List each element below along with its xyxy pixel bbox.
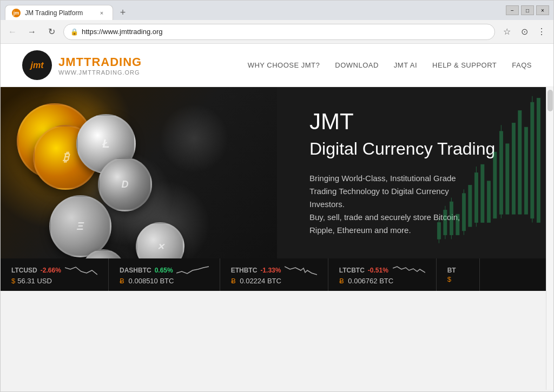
ticker-item-ltcbtc: LTCBTC -0.51% Ƀ 0.006762 BTC xyxy=(328,258,437,291)
ticker-top-dashbtc: DASHBTC 0.65% xyxy=(120,265,209,276)
ticker-change-ethbtc: -1.33% xyxy=(260,267,281,274)
svg-rect-7 xyxy=(481,164,484,222)
website-container: jmt JMTTRADING WWW.JMTTRADING.ORG WHY CH… xyxy=(1,44,553,391)
site-header: jmt JMTTRADING WWW.JMTTRADING.ORG WHY CH… xyxy=(1,44,553,87)
ticker-price-dashbtc: Ƀ 0.008510 BTC xyxy=(120,277,209,285)
ticker-price-ethbtc: Ƀ 0.02224 BTC xyxy=(231,277,317,285)
toolbar: ← → ↻ 🔒 https://www.jmttrading.org ☆ ⊙ ⋮ xyxy=(1,20,553,44)
logo-brand-prefix: JMT xyxy=(58,55,84,69)
ticker-pair-ltcbtc: LTCBTC xyxy=(339,267,365,274)
coins-visual: ₿ ₿ Ł D Ξ xyxy=(1,87,277,258)
ticker-chart-ethbtc xyxy=(285,265,317,276)
ticker-pair-dashbtc: DASHBTC xyxy=(120,267,151,274)
svg-rect-3 xyxy=(456,214,459,235)
logo-brand-suffix: TRADING xyxy=(84,55,142,69)
ticker-item-btc: BT $ xyxy=(437,258,480,291)
ticker-item-ltcusd: LTCUSD -2.66% $56.31 USD xyxy=(1,258,109,291)
ticker-pair-ltcusd: LTCUSD xyxy=(11,267,37,274)
ticker-pair-ethbtc: ETHBTC xyxy=(231,267,258,274)
svg-rect-9 xyxy=(493,152,497,218)
svg-rect-16 xyxy=(537,98,540,223)
logo-brand: JMTTRADING xyxy=(58,55,142,69)
coin-stack: ₿ ₿ Ł D Ξ xyxy=(1,87,277,258)
close-button[interactable]: × xyxy=(536,5,549,15)
lock-icon: 🔒 xyxy=(70,28,78,36)
minimize-button[interactable]: − xyxy=(506,5,519,15)
svg-rect-5 xyxy=(469,185,472,227)
logo-initials: jmt xyxy=(31,61,44,70)
window-controls: − □ × xyxy=(506,5,549,15)
nav-faqs[interactable]: FAQS xyxy=(512,61,532,69)
new-tab-button[interactable]: + xyxy=(115,5,130,20)
ticker-item-ethbtc: ETHBTC -1.33% Ƀ 0.02224 BTC xyxy=(220,258,328,291)
forward-button[interactable]: → xyxy=(24,24,39,39)
nav-jmt-ai[interactable]: JMT AI xyxy=(394,61,417,69)
svg-rect-12 xyxy=(512,123,515,215)
maximize-button[interactable]: □ xyxy=(521,5,534,15)
svg-rect-8 xyxy=(487,181,490,223)
website: jmt JMTTRADING WWW.JMTTRADING.ORG WHY CH… xyxy=(1,44,553,291)
logo-text-area: JMTTRADING WWW.JMTTRADING.ORG xyxy=(58,55,142,76)
ticker-price-ltcusd: $56.31 USD xyxy=(11,277,97,285)
reload-button[interactable]: ↻ xyxy=(44,24,59,39)
ticker-top-btc: BT xyxy=(447,267,469,274)
ethereum-coin: Ξ xyxy=(49,195,111,257)
hero-section: ₿ ₿ Ł D Ξ xyxy=(1,87,553,258)
title-bar: jm JM Trading Platform × + − □ × xyxy=(1,1,553,20)
svg-rect-14 xyxy=(524,127,527,214)
nav-help-support[interactable]: HELP & SUPPORT xyxy=(432,61,497,69)
url-bar[interactable]: 🔒 https://www.jmttrading.org xyxy=(63,24,495,40)
logo-area: jmt JMTTRADING WWW.JMTTRADING.ORG xyxy=(22,50,142,80)
ticker-top-ltcusd: LTCUSD -2.66% xyxy=(11,265,97,276)
ticker-item-dashbtc: DASHBTC 0.65% Ƀ 0.008510 BTC xyxy=(109,258,220,291)
logo-circle: jmt xyxy=(22,50,52,80)
url-text: https://www.jmttrading.org xyxy=(82,28,488,36)
ticker-bar: LTCUSD -2.66% $56.31 USD DASHBTC 0.65% xyxy=(1,258,553,291)
nav-download[interactable]: DOWNLOAD xyxy=(335,61,379,69)
ticker-chart-ltcbtc xyxy=(393,265,425,276)
ticker-price-btc: $ xyxy=(447,275,469,283)
ticker-change-ltcbtc: -0.51% xyxy=(368,267,388,274)
tab-close-button[interactable]: × xyxy=(97,9,106,17)
ticker-chart-dashbtc xyxy=(176,265,209,276)
hero-coins: ₿ ₿ Ł D Ξ xyxy=(1,87,277,258)
menu-button[interactable]: ⋮ xyxy=(534,24,549,39)
svg-rect-11 xyxy=(506,144,509,214)
ripple-coin: ✕ xyxy=(136,222,184,258)
ticker-pair-btc: BT xyxy=(447,267,456,274)
profile-button[interactable]: ⊙ xyxy=(517,24,532,39)
back-button[interactable]: ← xyxy=(5,24,20,39)
bookmark-button[interactable]: ☆ xyxy=(499,24,515,39)
toolbar-actions: ☆ ⊙ ⋮ xyxy=(499,24,549,39)
ticker-top-ethbtc: ETHBTC -1.33% xyxy=(231,265,317,276)
nav-why-choose[interactable]: WHY CHOOSE JMT? xyxy=(248,61,320,69)
browser-window: jm JM Trading Platform × + − □ × ← → ↻ 🔒… xyxy=(0,0,554,392)
chart-svg xyxy=(429,87,553,258)
logo-url: WWW.JMTTRADING.ORG xyxy=(58,69,142,76)
ticker-change-dashbtc: 0.65% xyxy=(155,267,173,274)
tab-bar: jm JM Trading Platform × + xyxy=(5,1,506,20)
iota-coin: ⬡ xyxy=(82,249,125,258)
tab-title: JM Trading Platform xyxy=(25,9,93,17)
hero-content: JMT Digital Currency Trading Bringing Wo… xyxy=(277,87,553,258)
ticker-change-ltcusd: -2.66% xyxy=(41,267,61,274)
ticker-chart-ltcusd xyxy=(65,265,97,276)
ticker-top-ltcbtc: LTCBTC -0.51% xyxy=(339,265,425,276)
main-nav: WHY CHOOSE JMT? DOWNLOAD JMT AI HELP & S… xyxy=(248,61,532,69)
ticker-price-ltcbtc: Ƀ 0.006762 BTC xyxy=(339,277,425,285)
svg-rect-13 xyxy=(518,111,522,215)
active-tab[interactable]: jm JM Trading Platform × xyxy=(5,5,113,20)
tab-favicon: jm xyxy=(12,9,21,17)
